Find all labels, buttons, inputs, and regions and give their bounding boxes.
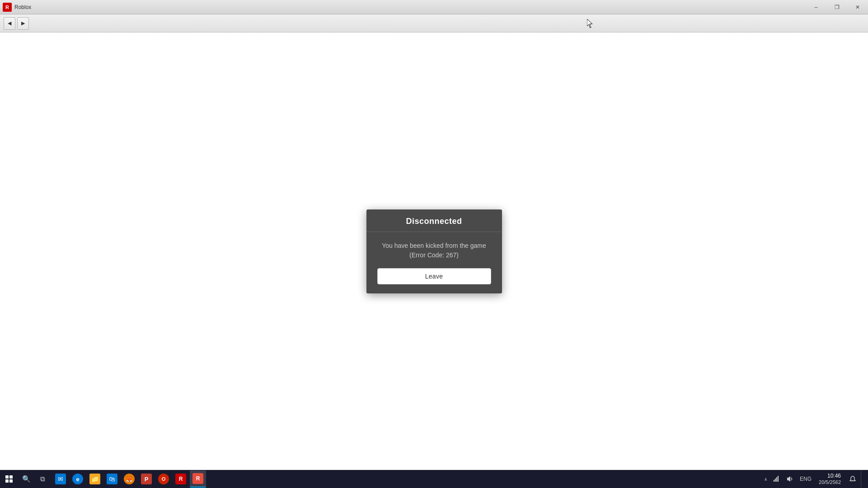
title-bar-left: R Roblox — [0, 3, 31, 12]
window-title: Roblox — [14, 4, 31, 10]
main-content: Disconnected You have been kicked from t… — [0, 33, 868, 470]
windows-icon — [5, 475, 13, 483]
firefox-icon: 🦊 — [124, 474, 135, 484]
folder-icon: 📁 — [89, 474, 100, 484]
network-icon[interactable] — [770, 470, 783, 488]
task-view-button[interactable]: ⧉ — [34, 470, 51, 488]
toolbar: ◀ ▶ — [0, 14, 868, 33]
show-desktop-button[interactable] — [861, 470, 864, 488]
disconnected-dialog: Disconnected You have been kicked from t… — [366, 209, 502, 293]
svg-rect-4 — [778, 476, 779, 482]
task-view-icon: ⧉ — [40, 475, 45, 483]
taskbar: 🔍 ⧉ ✉ e 📁 🛍 🦊 — [0, 470, 868, 488]
taskbar-app-roblox2[interactable]: R — [190, 470, 206, 488]
svg-rect-2 — [775, 479, 776, 482]
system-tray-chevron[interactable]: ∧ — [763, 477, 768, 482]
back-button[interactable]: ◀ — [4, 17, 15, 30]
svg-rect-3 — [776, 477, 777, 482]
taskbar-right: ∧ ENG 10:46 20/5/2562 — [763, 470, 868, 488]
mail-icon: ✉ — [55, 474, 66, 484]
taskbar-app-opera[interactable]: O — [155, 470, 172, 488]
svg-marker-5 — [787, 476, 790, 482]
leave-button[interactable]: Leave — [377, 268, 491, 284]
forward-icon: ▶ — [21, 20, 25, 26]
edge-icon: e — [72, 474, 83, 484]
taskbar-app-firefox[interactable]: 🦊 — [121, 470, 137, 488]
roblox-icon-1: R — [175, 474, 186, 484]
app-icon: R — [3, 3, 12, 12]
taskbar-apps: ✉ e 📁 🛍 🦊 P O — [51, 470, 208, 488]
dialog-title: Disconnected — [406, 217, 462, 226]
notification-center[interactable] — [846, 470, 859, 488]
opera-icon: O — [158, 474, 169, 484]
dialog-message: You have been kicked from the game(Error… — [377, 241, 491, 260]
taskbar-app-folder[interactable]: 📁 — [87, 470, 103, 488]
forward-button[interactable]: ▶ — [17, 17, 29, 30]
taskbar-left: 🔍 ⧉ ✉ e 📁 🛍 🦊 — [0, 470, 208, 488]
clock-time: 10:46 — [827, 473, 841, 479]
svg-rect-1 — [774, 480, 774, 482]
taskbar-app-store[interactable]: 🛍 — [104, 470, 120, 488]
back-icon: ◀ — [8, 20, 11, 26]
search-button[interactable]: 🔍 — [18, 470, 34, 488]
pm-icon: P — [141, 474, 152, 484]
close-button[interactable]: ✕ — [847, 0, 868, 14]
language-indicator[interactable]: ENG — [798, 476, 813, 482]
minimize-button[interactable]: – — [806, 0, 826, 14]
restore-button[interactable]: ❐ — [826, 0, 847, 14]
dialog-body: You have been kicked from the game(Error… — [366, 232, 502, 293]
clock-date: 20/5/2562 — [819, 479, 841, 485]
taskbar-app-edge[interactable]: e — [70, 470, 86, 488]
title-bar-controls: – ❐ ✕ — [806, 0, 868, 14]
taskbar-app-pm[interactable]: P — [138, 470, 155, 488]
volume-icon[interactable] — [784, 470, 796, 488]
dialog-header: Disconnected — [366, 209, 502, 232]
search-icon: 🔍 — [22, 475, 31, 483]
title-bar: R Roblox – ❐ ✕ — [0, 0, 868, 14]
roblox-icon-2: R — [192, 473, 203, 484]
clock[interactable]: 10:46 20/5/2562 — [815, 470, 845, 488]
taskbar-app-mail[interactable]: ✉ — [52, 470, 69, 488]
start-button[interactable] — [0, 470, 18, 488]
taskbar-app-roblox1[interactable]: R — [173, 470, 189, 488]
system-icons — [770, 470, 796, 488]
store-icon: 🛍 — [107, 474, 117, 484]
